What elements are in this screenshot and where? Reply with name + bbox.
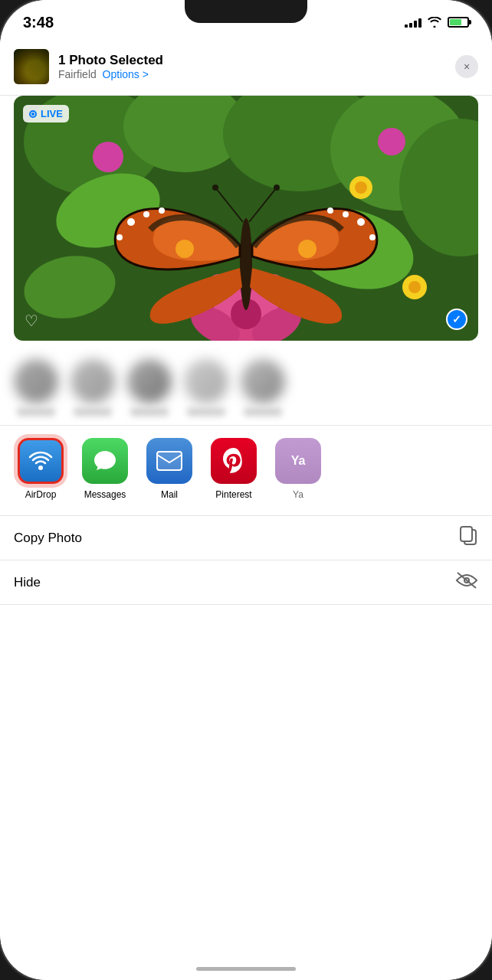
svg-point-37 xyxy=(274,185,280,191)
close-button[interactable]: × xyxy=(455,55,478,78)
svg-point-27 xyxy=(357,218,365,226)
contact-item xyxy=(71,359,115,416)
contacts-row xyxy=(0,350,492,426)
photo-info: 1 Photo Selected Fairfield Options > xyxy=(58,53,163,80)
svg-point-25 xyxy=(143,211,149,217)
main-photo: LIVE ♡ xyxy=(14,96,478,341)
copy-photo-row[interactable]: Copy Photo xyxy=(0,516,492,560)
svg-point-30 xyxy=(116,234,123,240)
hide-row[interactable]: Hide xyxy=(0,560,492,605)
pinterest-p-icon xyxy=(221,446,246,475)
butterfly-photo xyxy=(14,96,478,341)
more-label: Ya xyxy=(293,489,303,500)
thumbnail-preview xyxy=(14,49,49,84)
messages-icon[interactable] xyxy=(82,438,128,484)
svg-rect-42 xyxy=(461,527,472,541)
svg-point-23 xyxy=(240,218,252,310)
pinterest-icon[interactable] xyxy=(211,438,257,484)
photo-location: Fairfield Options > xyxy=(58,68,163,80)
home-bar xyxy=(196,967,296,971)
mail-envelope-icon xyxy=(156,450,183,472)
svg-point-26 xyxy=(159,207,165,214)
copy-icon xyxy=(458,525,478,551)
photo-header: 1 Photo Selected Fairfield Options > × xyxy=(0,38,492,96)
mail-label: Mail xyxy=(161,489,178,500)
more-app-icon[interactable]: Ya xyxy=(275,438,321,484)
share-sheet: 1 Photo Selected Fairfield Options > × xyxy=(0,38,492,980)
svg-point-33 xyxy=(298,240,317,258)
app-item-more[interactable]: Ya Ya xyxy=(271,438,325,500)
pinterest-label: Pinterest xyxy=(215,489,251,500)
contact-name-blur xyxy=(130,408,169,416)
app-item-airdrop[interactable]: AirDrop xyxy=(14,438,67,500)
selected-checkmark xyxy=(446,309,467,330)
svg-point-18 xyxy=(355,181,367,194)
messages-label: Messages xyxy=(84,489,126,500)
contact-name-blur xyxy=(17,408,55,416)
wifi-icon xyxy=(428,17,441,28)
app-item-messages[interactable]: Messages xyxy=(78,438,132,500)
status-time: 3:48 xyxy=(23,14,54,31)
copy-photo-label: Copy Photo xyxy=(14,531,82,546)
svg-point-36 xyxy=(212,185,218,191)
svg-point-29 xyxy=(327,207,333,214)
app-item-mail[interactable]: Mail xyxy=(143,438,196,500)
svg-point-22 xyxy=(378,128,405,155)
photo-selected-title: 1 Photo Selected xyxy=(58,53,163,68)
options-link[interactable]: Options > xyxy=(103,68,149,80)
svg-point-38 xyxy=(38,466,43,470)
contact-avatar xyxy=(71,359,115,403)
contact-name-blur xyxy=(244,408,282,416)
svg-point-20 xyxy=(408,281,421,293)
svg-point-32 xyxy=(175,240,194,258)
airdrop-icon[interactable] xyxy=(18,438,64,484)
phone-screen: 3:48 xyxy=(0,0,492,980)
contact-avatar xyxy=(241,359,285,403)
contact-avatar xyxy=(184,359,228,403)
app-item-pinterest[interactable]: Pinterest xyxy=(207,438,261,500)
battery-icon xyxy=(448,17,469,28)
status-icons xyxy=(405,17,469,28)
live-dot-icon xyxy=(29,110,37,118)
contact-avatar xyxy=(14,359,58,403)
messages-bubble-icon xyxy=(91,448,119,474)
app-row: AirDrop Messages xyxy=(0,426,492,516)
svg-point-21 xyxy=(93,142,123,172)
contact-avatar xyxy=(127,359,172,403)
hide-label: Hide xyxy=(14,575,41,590)
heart-icon: ♡ xyxy=(25,312,38,330)
contact-item xyxy=(184,359,228,416)
contact-item xyxy=(127,359,172,416)
contact-name-blur xyxy=(74,408,112,416)
live-badge: LIVE xyxy=(23,105,69,122)
status-bar: 3:48 xyxy=(0,0,492,38)
contact-item xyxy=(241,359,285,416)
contact-name-blur xyxy=(187,408,225,416)
main-photo-container: LIVE ♡ xyxy=(0,96,492,350)
svg-point-28 xyxy=(343,211,349,217)
mail-icon[interactable] xyxy=(146,438,192,484)
hide-eye-icon xyxy=(455,571,478,594)
airdrop-wifi-icon xyxy=(28,448,54,474)
svg-rect-39 xyxy=(157,452,182,470)
svg-point-24 xyxy=(127,218,135,226)
svg-point-31 xyxy=(369,234,376,240)
airdrop-label: AirDrop xyxy=(25,489,57,500)
contact-item xyxy=(14,359,58,416)
phone-frame: 3:48 xyxy=(0,0,492,980)
signal-bars-icon xyxy=(405,17,421,28)
